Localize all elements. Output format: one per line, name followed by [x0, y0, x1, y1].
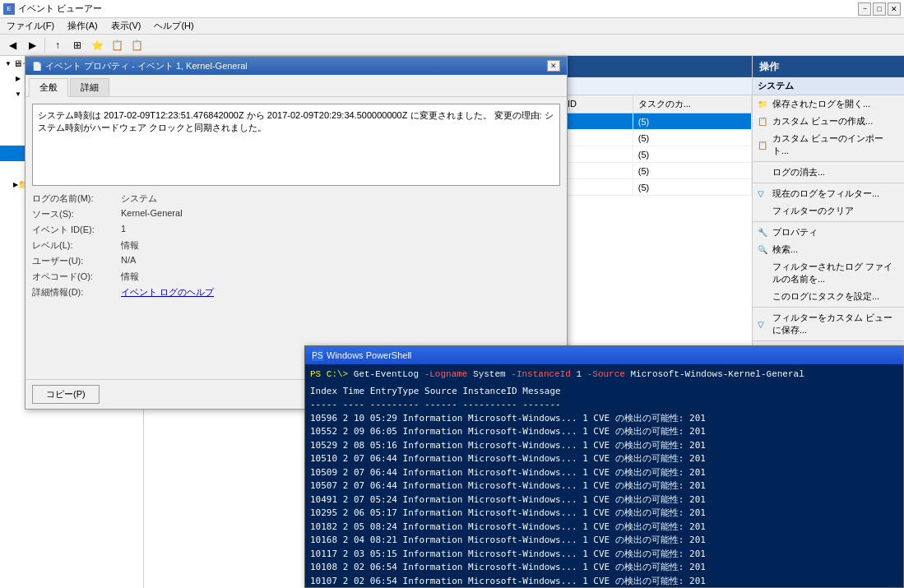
dialog-description: システム時刻は 2017-02-09T12:23:51.476842000Z か… [32, 104, 560, 186]
custom-view-expand: ▶ [13, 75, 23, 82]
action-item-4[interactable]: ログの消去... [753, 164, 904, 181]
ps-row: 10491 2 07 05:24 Information Microsoft-W… [310, 493, 898, 507]
refresh-button[interactable]: ↑ [49, 36, 67, 54]
tab-detail[interactable]: 詳細 [70, 78, 109, 96]
dialog-controls[interactable]: ✕ [547, 60, 560, 72]
ps-icon: PS [312, 350, 323, 361]
dialog-close-button[interactable]: ✕ [547, 60, 560, 72]
ps-row: 10596 2 10 05:29 Information Microsoft-W… [310, 412, 898, 426]
col-task[interactable]: タスクのカ... [633, 95, 751, 113]
ps-row: 10295 2 06 05:17 Information Microsoft-W… [310, 507, 898, 521]
ps-command-line: PS C:\> Get-EventLog -Logname System -In… [310, 368, 898, 382]
action-label-6: 現在のログをフィルター... [772, 188, 879, 200]
ps-cmd-get: Get-EventLog [354, 369, 424, 379]
action-separator-5 [753, 183, 904, 183]
field-label-3: レベル(L): [32, 239, 114, 252]
field-label-0: ログの名前(M): [32, 192, 114, 205]
dialog-content: システム時刻は 2017-02-09T12:23:51.476842000Z か… [25, 97, 567, 372]
minimize-button[interactable]: － [858, 2, 871, 16]
action-item-11[interactable]: フィルターされたログ ファイルの名前を... [753, 258, 904, 288]
action-label-0: 保存されたログを開く... [772, 98, 870, 110]
window-controls[interactable]: － □ ✕ [858, 2, 901, 16]
ps-row: 10552 2 09 06:05 Information Microsoft-W… [310, 425, 898, 439]
toolbar-separator-1 [44, 38, 45, 53]
action-separator-3 [753, 161, 904, 162]
copy-button[interactable]: コピー(P) [32, 385, 100, 404]
action-item-6[interactable]: ▽ 現在のログをフィルター... [753, 185, 904, 202]
ps-logname-val: System [473, 369, 511, 379]
action-item-10[interactable]: 🔍 検索... [753, 241, 904, 258]
menu-view[interactable]: 表示(V) [104, 18, 148, 34]
action-label-14: フィルターをカスタム ビューに保存... [772, 312, 899, 336]
action-items: 📁 保存されたログを開く... 📋 カスタム ビューの作成... 📋 カスタム … [753, 95, 904, 360]
action-item-2[interactable]: 📋 カスタム ビューのインポート... [753, 130, 904, 160]
menu-file[interactable]: ファイル(F) [0, 18, 61, 34]
ps-param-source: -Source [587, 369, 631, 379]
field-value-1: Kernel-General [121, 208, 560, 220]
ps-row: 10529 2 08 05:16 Information Microsoft-W… [310, 439, 898, 453]
field-value-3: 情報 [121, 239, 560, 252]
copy-button-2[interactable]: 📋 [127, 36, 146, 54]
menu-bar: ファイル(F) 操作(A) 表示(V) ヘルプ(H) [0, 18, 904, 35]
action-item-12[interactable]: このログにタスクを設定... [753, 288, 904, 305]
field-label-1: ソース(S): [32, 208, 114, 220]
action-icon-2: 📋 [758, 141, 769, 150]
row-task: (5) [633, 130, 751, 146]
ps-row: 10107 2 02 06:54 Information Microsoft-W… [310, 575, 898, 589]
action-label-1: カスタム ビューの作成... [772, 115, 873, 127]
copy-button-1[interactable]: 📋 [108, 36, 126, 54]
ps-row: 10108 2 02 06:54 Information Microsoft-W… [310, 561, 898, 575]
field-value-6[interactable]: イベント ログのヘルプ [121, 286, 560, 299]
action-separator-15 [753, 340, 904, 341]
ps-title-bar: PS Windows PowerShell [305, 346, 903, 364]
maximize-button[interactable]: □ [873, 2, 886, 16]
toolbar: ◀ ▶ ↑ ⊞ ⭐ 📋 📋 [0, 35, 904, 56]
ps-row: 10510 2 07 06:44 Information Microsoft-W… [310, 452, 898, 466]
action-label-10: 検索... [772, 243, 798, 256]
actions-section-title: システム [753, 77, 904, 95]
ps-title: Windows PowerShell [327, 350, 411, 360]
action-label-9: プロパティ [772, 226, 818, 238]
field-value-2: 1 [121, 224, 560, 236]
field-value-0: システム [121, 192, 560, 205]
action-icon-14: ▽ [758, 320, 769, 329]
action-separator-8 [753, 221, 904, 222]
action-icon-0: 📁 [758, 100, 769, 109]
row-task: (5) [633, 113, 751, 130]
action-icon-10: 🔍 [758, 245, 769, 254]
ps-row: 10509 2 07 06:44 Information Microsoft-W… [310, 466, 898, 480]
menu-action[interactable]: 操作(A) [61, 18, 104, 34]
app-icon: E [3, 3, 15, 15]
field-value-5: 情報 [121, 271, 560, 283]
action-item-14[interactable]: ▽ フィルターをカスタム ビューに保存... [753, 309, 904, 339]
field-label-2: イベント ID(E): [32, 224, 114, 236]
close-button[interactable]: ✕ [888, 2, 901, 16]
ps-rows: 10596 2 10 05:29 Information Microsoft-W… [310, 412, 898, 589]
expand-icon: ▼ [3, 60, 13, 67]
ps-row: 10182 2 05 08:24 Information Microsoft-W… [310, 521, 898, 535]
row-task: (5) [633, 163, 751, 179]
ps-row: 10117 2 03 05:15 Information Microsoft-W… [310, 548, 898, 562]
action-icon-9: 🔧 [758, 228, 769, 237]
dialog-title-bar: 📄 イベント プロパティ - イベント 1, Kernel-General ✕ [25, 57, 567, 75]
action-item-0[interactable]: 📁 保存されたログを開く... [753, 95, 904, 113]
actions-title: 操作 [759, 60, 779, 74]
field-label-4: ユーザー(U): [32, 255, 114, 267]
action-item-9[interactable]: 🔧 プロパティ [753, 224, 904, 241]
forward-button[interactable]: ▶ [23, 36, 41, 54]
star-button[interactable]: ⭐ [88, 36, 106, 54]
app-title: イベント ビューアー [18, 2, 102, 15]
grid-button[interactable]: ⊞ [68, 36, 86, 54]
powershell-window: PS Windows PowerShell PS C:\> Get-EventL… [304, 345, 904, 588]
tab-general[interactable]: 全般 [29, 78, 68, 97]
menu-help[interactable]: ヘルプ(H) [147, 18, 200, 34]
back-button[interactable]: ◀ [3, 36, 21, 54]
title-bar: E イベント ビューアー － □ ✕ [0, 0, 904, 18]
ps-id-val: 1 [577, 369, 587, 379]
action-item-1[interactable]: 📋 カスタム ビューの作成... [753, 113, 904, 130]
action-item-7[interactable]: フィルターのクリア [753, 202, 904, 220]
ps-param-logname: -Logname [424, 369, 473, 379]
actions-header: 操作 [753, 56, 904, 77]
action-separator-13 [753, 307, 904, 308]
ps-row: 10507 2 07 06:44 Information Microsoft-W… [310, 479, 898, 493]
